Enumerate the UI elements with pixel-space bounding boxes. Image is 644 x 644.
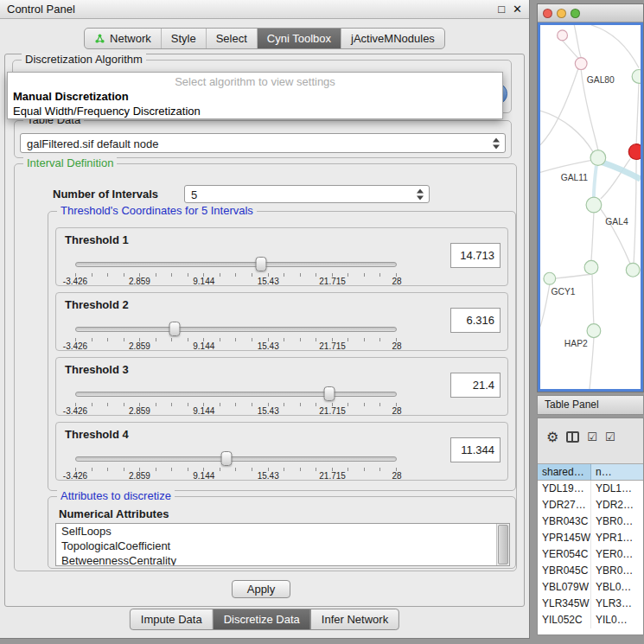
threshold-coordinates-group: Threshold's Coordinates for 5 Intervals …: [48, 211, 516, 491]
table-row[interactable]: YDR27…YDR2…: [538, 497, 643, 513]
tab-select[interactable]: Select: [206, 29, 257, 48]
network-node-selected[interactable]: [628, 144, 641, 160]
top-tab-bar: Network Style Select Cyni Toolbox jActiv…: [84, 28, 445, 49]
list-scrollbar[interactable]: [496, 524, 509, 565]
threshold-slider[interactable]: -3.426 2.859 9.144 15.43 21.715 28: [75, 321, 397, 350]
threshold-value-field[interactable]: 6.316: [450, 308, 501, 333]
tick-label: 21.715: [319, 277, 346, 286]
table-data-combobox[interactable]: galFiltered.sif default node: [20, 133, 506, 153]
checkbox-icon[interactable]: ☑: [587, 430, 597, 443]
network-node[interactable]: [584, 260, 598, 274]
table-row[interactable]: YLR345WYLR3…: [538, 596, 643, 612]
threshold-3-box: Threshold 3 21.4 -3.426 2.859 9.144 15.4…: [55, 357, 508, 416]
tab-style[interactable]: Style: [161, 29, 206, 48]
table-row[interactable]: YBR045CYBR0…: [538, 563, 643, 579]
scrollbar-thumb[interactable]: [498, 525, 508, 564]
column-header-name[interactable]: n…: [591, 464, 643, 480]
tick-label: 9.144: [193, 277, 214, 286]
threshold-value-field[interactable]: 11.344: [450, 437, 501, 462]
threshold-slider[interactable]: -3.426 2.859 9.144 15.43 21.715 28: [75, 256, 397, 285]
slider-thumb[interactable]: [220, 451, 232, 466]
threshold-value-field[interactable]: 21.4: [450, 373, 501, 398]
slider-track: [75, 392, 397, 397]
restore-icon[interactable]: □: [498, 3, 505, 16]
numerical-attributes-label: Numerical Attributes: [59, 507, 169, 520]
table-panel-title: Table Panel: [545, 399, 599, 411]
tick-label: 9.144: [193, 341, 214, 351]
network-node[interactable]: [587, 324, 601, 338]
close-icon[interactable]: ✕: [513, 3, 522, 16]
combo-value: 5: [191, 188, 197, 201]
network-edge: [574, 25, 581, 58]
list-item[interactable]: TopologicalCoefficient: [56, 539, 509, 553]
network-window-titlebar: [538, 4, 643, 22]
dropdown-item-manual-discretization[interactable]: Manual Discretization: [8, 89, 502, 104]
threshold-value-field[interactable]: 14.713: [450, 243, 501, 268]
slider-track: [75, 327, 397, 332]
attributes-to-discretize-group: Attributes to discretize Numerical Attri…: [48, 496, 516, 569]
cell: YBL0…: [591, 579, 643, 596]
tab-infer-network[interactable]: Infer Network: [310, 609, 399, 630]
num-intervals-combobox[interactable]: 5: [184, 185, 430, 203]
apply-button[interactable]: Apply: [232, 580, 290, 598]
tick-label: -3.426: [63, 471, 87, 481]
network-node[interactable]: [558, 30, 568, 41]
tick-label: 15.43: [258, 341, 279, 351]
tab-impute-data[interactable]: Impute Data: [130, 609, 214, 630]
group-title: Threshold's Coordinates for 5 Intervals: [57, 204, 257, 218]
slider-thumb[interactable]: [169, 322, 181, 336]
tick-label: 2.859: [129, 341, 150, 351]
column-header-shared-name[interactable]: shared…: [538, 464, 591, 480]
slider-thumb[interactable]: [255, 257, 266, 271]
slider-thumb[interactable]: [323, 386, 335, 401]
network-edge-highlighted[interactable]: [594, 165, 596, 197]
threshold-label: Threshold 4: [65, 428, 129, 441]
zoom-button[interactable]: [571, 9, 580, 18]
group-title: Interval Definition: [23, 156, 117, 170]
tab-discretize-data[interactable]: Discretize Data: [213, 609, 311, 630]
network-node[interactable]: [590, 150, 606, 166]
network-node[interactable]: [632, 70, 641, 84]
cell: YPR145W: [538, 530, 591, 546]
tick-label: -3.426: [63, 277, 87, 286]
gear-icon[interactable]: ⚙: [546, 429, 558, 445]
network-edge: [590, 338, 594, 389]
table-row[interactable]: YPR145WYPR1…: [538, 530, 643, 546]
combo-value: galFiltered.sif default node: [27, 137, 158, 150]
network-edge: [591, 213, 594, 260]
table-row[interactable]: YDL19…YDL1…: [538, 481, 643, 497]
threshold-slider[interactable]: -3.426 2.859 9.144 15.43 21.715 28: [75, 386, 397, 415]
network-node[interactable]: [575, 58, 587, 70]
checkbox-icon[interactable]: ☑: [605, 430, 615, 443]
slider-track: [75, 262, 397, 267]
network-node[interactable]: [544, 272, 556, 284]
minimize-button[interactable]: [557, 9, 566, 18]
tab-jactivemnodules[interactable]: jActiveMNodules: [341, 29, 444, 48]
table-row[interactable]: YBL079WYBL0…: [538, 579, 643, 596]
dropdown-item-equal-width-frequency[interactable]: Equal Width/Frequency Discretization: [8, 104, 502, 118]
table-row[interactable]: YIL052CYIL0…: [538, 612, 643, 628]
network-canvas[interactable]: GAL80 GAL11 GAL4 GCY1 HAP2: [538, 22, 643, 392]
slider-track: [75, 456, 397, 462]
group-title: Attributes to discretize: [57, 489, 175, 503]
list-item[interactable]: SelfLoops: [56, 524, 509, 539]
cell: YDR27…: [538, 497, 591, 513]
network-edge-highlighted[interactable]: [602, 162, 641, 179]
network-icon: [94, 33, 105, 44]
network-node[interactable]: [586, 197, 602, 213]
numerical-attributes-list[interactable]: SelfLoops TopologicalCoefficient Between…: [55, 523, 510, 566]
close-button[interactable]: [543, 9, 552, 18]
network-node[interactable]: [626, 263, 640, 277]
table-row[interactable]: YBR043CYBR0…: [538, 513, 643, 530]
cell: YLR345W: [538, 596, 591, 612]
list-item[interactable]: BetweennessCentrality: [56, 553, 509, 566]
network-edge: [540, 68, 578, 145]
threshold-label: Threshold 2: [65, 298, 129, 311]
tab-network[interactable]: Network: [85, 29, 161, 48]
threshold-slider[interactable]: -3.426 2.859 9.144 15.43 21.715 28: [75, 450, 397, 480]
network-graph: GAL80 GAL11 GAL4 GCY1 HAP2: [540, 25, 641, 389]
columns-icon[interactable]: [566, 431, 579, 443]
tab-cyni-toolbox[interactable]: Cyni Toolbox: [257, 29, 341, 48]
table-row[interactable]: YER054CYER0…: [538, 546, 643, 563]
network-edge: [540, 111, 593, 152]
